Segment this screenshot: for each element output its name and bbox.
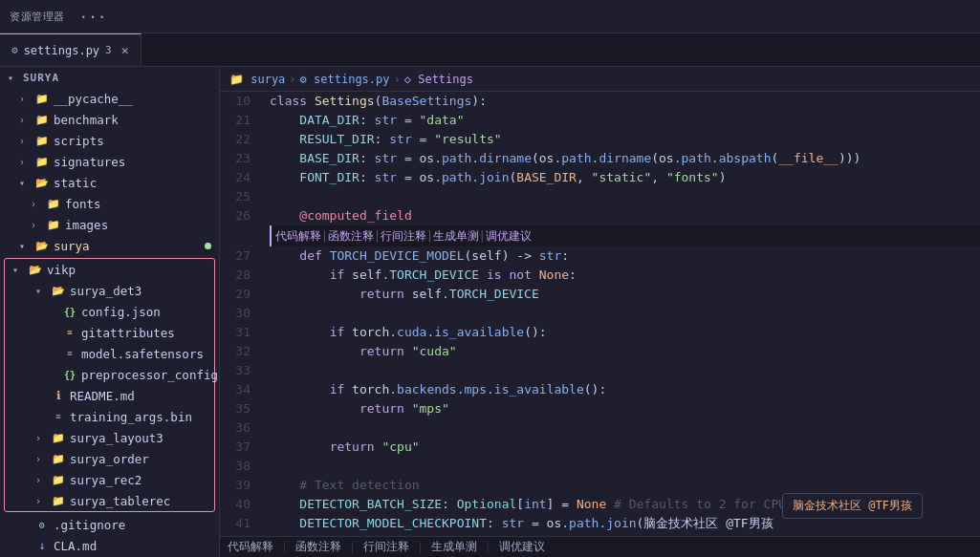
sidebar-item-readme[interactable]: ℹ README.md: [5, 385, 214, 406]
tab-close-button[interactable]: ✕: [121, 43, 129, 57]
folder-open-icon: 📂: [34, 175, 50, 190]
tab-label: settings.py: [24, 44, 99, 57]
code-line[interactable]: # Text detection: [270, 476, 980, 495]
panel-more-icon[interactable]: ···: [75, 8, 112, 26]
ai-func-comment[interactable]: 函数注释: [295, 540, 341, 554]
code-line[interactable]: def TORCH_DEVICE_MODEL(self) -> str:: [270, 246, 980, 266]
sidebar-item-config-json[interactable]: {} config.json: [5, 301, 214, 322]
code-line[interactable]: if self.TORCH_DEVICE is not None:: [270, 266, 980, 285]
sidebar-label-surya-tablerec: surya_tablerec: [70, 494, 170, 508]
git-icon: ≡: [62, 325, 77, 340]
code-line[interactable]: [270, 457, 980, 476]
bin-icon: ≡: [62, 346, 77, 361]
breadcrumb-settings-py[interactable]: ⚙ settings.py: [300, 73, 390, 86]
sidebar-root[interactable]: ▾ SURYA: [0, 67, 219, 88]
sidebar-label-gitattributes: gitattributes: [81, 326, 175, 340]
sidebar-label-gitignore: .gitignore: [54, 518, 125, 532]
breadcrumb-bar: 📁 surya › ⚙ settings.py › ◇ Settings: [220, 67, 980, 92]
code-line[interactable]: return "cuda": [270, 342, 980, 361]
sidebar-label-surya-layout3: surya_layout3: [70, 431, 163, 445]
folder-icon: 📁: [51, 451, 66, 466]
code-line[interactable]: if torch.cuda.is_available():: [270, 323, 980, 342]
code-area[interactable]: 1021222324252627282930313233343536373839…: [220, 92, 980, 536]
sidebar-item-cla[interactable]: ↓ CLA.md: [0, 535, 219, 556]
ai-suggestion-bar: 代码解释 | 函数注释 | 行间注释 | 生成单测 | 调优建议: [220, 536, 980, 557]
ai-gen-test[interactable]: 生成单测: [431, 540, 477, 554]
breadcrumb-surya[interactable]: 📁 surya: [229, 73, 285, 86]
sidebar-item-surya-tablerec[interactable]: › 📁 surya_tablerec: [5, 490, 214, 511]
sidebar-item-signatures[interactable]: › 📁 signatures: [0, 151, 219, 172]
line-numbers: 1021222324252627282930313233343536373839…: [220, 92, 262, 536]
ai-line-comment[interactable]: 行间注释: [363, 540, 409, 554]
code-line[interactable]: if torch.backends.mps.is_available():: [270, 380, 980, 399]
breadcrumb-sep2: ›: [394, 73, 401, 86]
sidebar-label-vikp: vikp: [47, 263, 76, 277]
sidebar-label-training-args: training_args.bin: [70, 410, 192, 424]
sidebar-item-surya-det3[interactable]: ▾ 📂 surya_det3: [5, 280, 214, 301]
code-line[interactable]: class Settings(BaseSettings):: [270, 92, 980, 111]
chevron-right-icon: ›: [19, 136, 34, 146]
sidebar-item-preprocessor-config[interactable]: {} preprocessor_config.json: [5, 364, 214, 385]
sidebar-label-surya: surya: [54, 239, 90, 253]
code-line[interactable]: BASE_DIR: str = os.path.dirname(os.path.…: [270, 149, 980, 168]
folder-icon: 📁: [34, 154, 50, 169]
chevron-down-icon: ▾: [8, 73, 23, 83]
code-line[interactable]: [270, 418, 980, 438]
breadcrumb-sep1: ›: [289, 73, 295, 86]
sidebar-item-benchmark[interactable]: › 📁 benchmark: [0, 109, 219, 130]
sidebar-item-gitignore[interactable]: ⚙ .gitignore: [0, 514, 219, 535]
code-line[interactable]: 代码解释 | 函数注释 | 行间注释 | 生成单测 | 调优建议: [270, 225, 980, 246]
chevron-right-icon: ›: [35, 433, 51, 443]
sidebar-label-surya-rec2: surya_rec2: [70, 473, 142, 487]
code-line[interactable]: @computed_field: [270, 206, 980, 225]
sidebar-label-cla: CLA.md: [54, 539, 97, 553]
code-line[interactable]: return "cpu": [270, 438, 980, 457]
sidebar-item-gitattributes[interactable]: ≡ gitattributes: [5, 322, 214, 343]
chevron-right-icon: ›: [31, 199, 46, 209]
code-line[interactable]: RESULT_DIR: str = "results": [270, 130, 980, 149]
code-lines[interactable]: class Settings(BaseSettings): DATA_DIR: …: [262, 92, 980, 536]
sidebar: ▾ SURYA › 📁 __pycache__ › 📁 benchmark › …: [0, 67, 220, 557]
sidebar-item-surya-rec2[interactable]: › 📁 surya_rec2: [5, 469, 214, 490]
chevron-down-icon: ▾: [19, 178, 34, 188]
sidebar-item-surya-layout3[interactable]: › 📁 surya_layout3: [5, 427, 214, 448]
code-line[interactable]: DETECTOR_BATCH_SIZE: Optional[int] = Non…: [270, 495, 980, 514]
sidebar-item-fonts[interactable]: › 📁 fonts: [0, 193, 219, 214]
code-line[interactable]: DETECTOR_MODEL_CHECKPOINT: str = os.path…: [270, 514, 980, 533]
sidebar-item-pycache[interactable]: › 📁 __pycache__: [0, 88, 219, 109]
code-line[interactable]: DATA_DIR: str = "data": [270, 111, 980, 130]
json-icon: {}: [62, 367, 77, 382]
sidebar-label-scripts: scripts: [54, 134, 104, 148]
sidebar-item-images[interactable]: › 📁 images: [0, 214, 219, 235]
main-content: ▾ SURYA › 📁 __pycache__ › 📁 benchmark › …: [0, 67, 980, 557]
chevron-right-icon: ›: [35, 496, 51, 506]
folder-open-icon: 📂: [34, 238, 50, 253]
sidebar-label-pycache: __pycache__: [54, 92, 133, 106]
code-line[interactable]: return self.TORCH_DEVICE: [270, 285, 980, 304]
panel-title: 资源管理器: [0, 10, 75, 24]
tab-settings[interactable]: ⚙ settings.py 3 ✕: [0, 33, 142, 66]
code-line[interactable]: [270, 304, 980, 323]
code-line[interactable]: [270, 187, 980, 206]
ai-code-explain[interactable]: 代码解释: [228, 540, 273, 554]
folder-icon: 📁: [34, 91, 50, 106]
bin-icon: ≡: [51, 409, 66, 424]
chevron-right-icon: ›: [35, 475, 51, 485]
sidebar-item-surya-order[interactable]: › 📁 surya_order: [5, 448, 214, 469]
ai-optimize[interactable]: 调优建议: [499, 540, 545, 554]
breadcrumb-settings-class[interactable]: ◇ Settings: [404, 73, 473, 86]
code-line[interactable]: [270, 361, 980, 380]
sidebar-item-scripts[interactable]: › 📁 scripts: [0, 130, 219, 151]
folder-open-icon: 📂: [51, 283, 66, 298]
code-line[interactable]: FONT_DIR: str = os.path.join(BASE_DIR, "…: [270, 168, 980, 187]
sidebar-item-training-args[interactable]: ≡ training_args.bin: [5, 406, 214, 427]
folder-icon: 📁: [51, 472, 66, 487]
settings-icon: ⚙: [34, 517, 50, 532]
sidebar-item-static[interactable]: ▾ 📂 static: [0, 172, 219, 193]
code-line[interactable]: return "mps": [270, 399, 980, 418]
chevron-down-icon: ▾: [35, 286, 51, 296]
sidebar-item-vikp[interactable]: ▾ 📂 vikp: [5, 259, 214, 280]
sidebar-label-model-safetensors: model.safetensors: [81, 347, 204, 361]
sidebar-item-surya[interactable]: ▾ 📂 surya: [0, 235, 219, 256]
sidebar-item-model-safetensors[interactable]: ≡ model.safetensors: [5, 343, 214, 364]
